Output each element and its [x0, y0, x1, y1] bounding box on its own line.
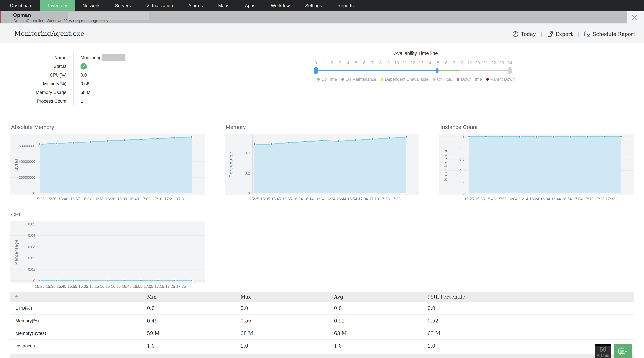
- info-label: CPU(%): [10, 71, 74, 79]
- svg-text:16:14: 16:14: [304, 197, 314, 201]
- svg-text:1: 1: [462, 135, 464, 139]
- metric-label: Memory(%): [10, 315, 140, 327]
- legend-label: On Hold: [437, 77, 452, 82]
- metric-value: 1.0: [234, 340, 327, 352]
- metric-label: Instances: [10, 340, 140, 352]
- close-icon[interactable]: [630, 14, 638, 21]
- legend-item: Up Time: [317, 77, 337, 82]
- svg-text:15:55: 15:55: [497, 197, 507, 201]
- svg-text:0.04: 0.04: [28, 233, 35, 238]
- svg-text:0: 0: [33, 191, 35, 195]
- alarms-label: Alarms: [595, 353, 611, 358]
- today-label: Today: [521, 31, 536, 37]
- info-value-name: Monitoring: [74, 53, 167, 62]
- nav-item-settings[interactable]: Settings: [298, 0, 330, 11]
- nav-item-workflow[interactable]: Workflow: [263, 0, 298, 11]
- timeline-title: Availability Time line: [307, 51, 525, 56]
- legend-label: Up Time: [321, 77, 337, 82]
- chart-cpu: CPU 00.010.020.030.040.0515:2515:3515:45…: [10, 211, 204, 290]
- column-header-min[interactable]: Min: [140, 292, 234, 302]
- svg-text:20000000: 20000000: [19, 176, 35, 179]
- clock-icon: [512, 31, 518, 37]
- legend-dot: [486, 78, 489, 81]
- slider-handle-start[interactable]: [314, 67, 318, 74]
- svg-text:0.4: 0.4: [245, 151, 250, 155]
- info-value-cpu-: 0.0: [74, 71, 167, 79]
- export-label: Export: [556, 31, 572, 37]
- export-button[interactable]: Export: [547, 31, 572, 37]
- nav-item-apps[interactable]: Apps: [237, 0, 263, 11]
- nav-item-virtualization[interactable]: Virtualization: [139, 0, 180, 11]
- calendar-clock-icon: [584, 31, 590, 37]
- legend-dot: [433, 78, 436, 81]
- svg-text:0.2: 0.2: [459, 180, 464, 184]
- svg-text:16:24: 16:24: [530, 197, 539, 201]
- uptime-segment: [437, 70, 459, 71]
- svg-text:15:46: 15:46: [58, 197, 68, 201]
- device-banner: Opman DomainController | Windows 2008 R2…: [0, 11, 627, 23]
- metric-value: 0.0: [327, 302, 421, 315]
- chat-button[interactable]: [614, 344, 632, 358]
- slider-handle-axis-end[interactable]: [508, 67, 512, 74]
- column-header-max[interactable]: Max: [234, 292, 327, 302]
- nav-item-alarms[interactable]: Alarms: [180, 0, 210, 11]
- info-label: Status: [10, 62, 74, 71]
- nav-item-maps[interactable]: Maps: [210, 0, 237, 11]
- svg-text:15:25: 15:25: [464, 197, 474, 201]
- svg-text:16:04: 16:04: [508, 197, 518, 201]
- svg-text:15:55: 15:55: [282, 197, 292, 201]
- opmanager-app: DashboardInventoryNetworkServersVirtuali…: [0, 0, 644, 358]
- report-actions: Today | Export | Schedule Report: [512, 31, 635, 37]
- legend-dot: [457, 78, 459, 81]
- svg-text:16:49: 16:49: [129, 197, 139, 201]
- top-nav: DashboardInventoryNetworkServersVirtuali…: [0, 0, 644, 11]
- header-row: MinMaxAvg95th Percentile: [10, 292, 634, 302]
- schedule-report-button[interactable]: Schedule Report: [584, 31, 635, 37]
- svg-text:15:36: 15:36: [46, 197, 56, 201]
- column-header-95th-percentile[interactable]: 95th Percentile: [421, 292, 634, 302]
- nav-item-servers[interactable]: Servers: [107, 0, 139, 11]
- timeline-hour-ticks: 0123456789101112131415161718192021222324: [307, 60, 525, 66]
- redacted-blur: [102, 54, 126, 61]
- legend-item: Parent Down: [486, 77, 515, 82]
- metric-value: 0.49: [140, 315, 234, 327]
- timeline-slider[interactable]: [307, 67, 525, 75]
- chart-title: Instance Count: [440, 124, 478, 130]
- svg-text:0: 0: [462, 191, 464, 195]
- area-chart: 020000000400000006000000015:2515:3615:46…: [10, 134, 204, 204]
- svg-text:17:10: 17:10: [152, 197, 162, 201]
- sort-down-arrow: [15, 298, 18, 299]
- svg-text:Percentage: Percentage: [228, 152, 234, 178]
- sort-column-header[interactable]: [10, 292, 140, 302]
- svg-text:17:33: 17:33: [606, 197, 615, 201]
- summary-table-head: MinMaxAvg95th Percentile: [10, 292, 634, 302]
- info-label: Memory(%): [10, 79, 74, 88]
- nav-item-inventory[interactable]: Inventory: [40, 0, 75, 11]
- chart-title: Absolute Memory: [11, 124, 54, 130]
- legend-label: Down Time: [461, 77, 482, 82]
- action-separator: |: [578, 31, 579, 37]
- area-chart: 00.20.40.60.8115:2515:3515:4515:5516:041…: [440, 134, 634, 204]
- today-button[interactable]: Today: [512, 31, 536, 37]
- metric-value: 1.0: [140, 340, 234, 352]
- svg-text:0.2: 0.2: [245, 171, 250, 176]
- nav-item-network[interactable]: Network: [75, 0, 107, 11]
- svg-text:16:34: 16:34: [540, 197, 550, 201]
- svg-text:17:05: 17:05: [144, 284, 153, 289]
- nav-item-reports[interactable]: Reports: [330, 0, 362, 11]
- nav-item-dashboard[interactable]: Dashboard: [2, 0, 40, 11]
- svg-text:16:14: 16:14: [518, 197, 528, 201]
- column-header-avg[interactable]: Avg: [327, 292, 421, 302]
- hour-tick: 24: [505, 60, 515, 65]
- svg-text:16:07: 16:07: [82, 197, 92, 201]
- legend-item: Dependent Unavailable: [381, 77, 428, 82]
- alarms-count: 50: [595, 346, 611, 353]
- slider-handle-end[interactable]: [436, 68, 438, 73]
- alarms-widget[interactable]: 50 Alarms: [595, 344, 611, 358]
- chart-title: CPU: [11, 211, 23, 218]
- table-row: CPU(%)0.00.00.00.0: [10, 302, 634, 315]
- svg-text:17:15: 17:15: [154, 284, 164, 289]
- legend-label: Parent Down: [490, 77, 515, 82]
- metric-value: 0.0: [140, 302, 234, 315]
- svg-text:16:55: 16:55: [133, 284, 142, 289]
